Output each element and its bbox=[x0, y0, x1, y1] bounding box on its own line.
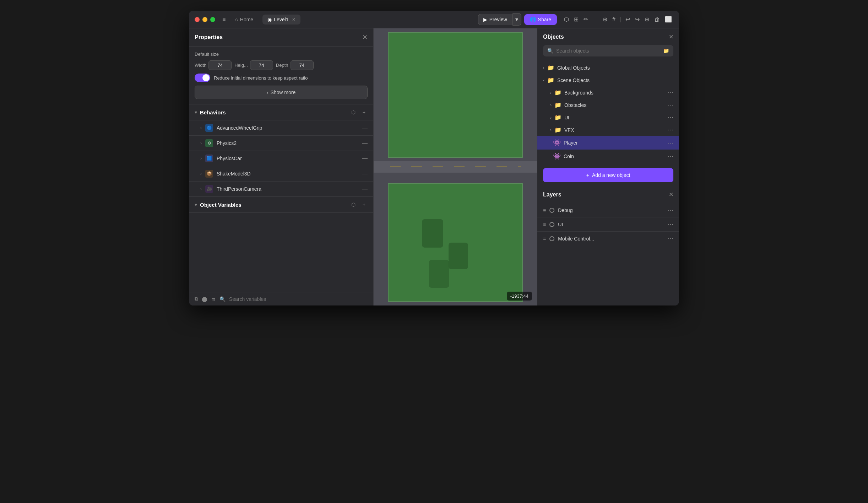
behaviors-header-left: ▾ Behaviors bbox=[195, 109, 226, 115]
global-objects-left: › 📁 Global Objects bbox=[543, 64, 590, 71]
behavior-chevron: › bbox=[200, 125, 202, 130]
maximize-button[interactable] bbox=[210, 17, 215, 22]
behavior-name-physicscar: PhysicsCar bbox=[217, 156, 242, 161]
redo-icon[interactable]: ↪ bbox=[634, 15, 641, 24]
copy-variable-icon[interactable]: ⧉ bbox=[195, 296, 198, 302]
width-input[interactable] bbox=[208, 60, 232, 70]
behavior-physics2[interactable]: › ⚙ Physics2 — bbox=[189, 135, 373, 151]
cube-icon[interactable]: ⬡ bbox=[563, 15, 570, 24]
scene-objects-label: Scene Objects bbox=[557, 77, 590, 83]
player-item[interactable]: 👾 Player ⋯ bbox=[537, 136, 679, 150]
layer-name-mobile: Mobile Control... bbox=[558, 236, 664, 242]
coin-object-icon: 👾 bbox=[553, 152, 561, 160]
vfx-dots[interactable]: ⋯ bbox=[668, 126, 673, 133]
preview-dropdown[interactable]: ▾ bbox=[512, 13, 521, 26]
level1-tab-label: Level1 bbox=[274, 17, 288, 22]
object-variables-open-icon[interactable]: ⬡ bbox=[349, 201, 358, 208]
app-window: ≡ ⌂ Home ◉ Level1 ✕ ▶ Preview ▾ 🌐 Share bbox=[189, 11, 679, 305]
layer-mobile[interactable]: ≡ Mobile Control... ⋯ bbox=[537, 231, 679, 245]
behavior-name-shakemodel3d: ShakeModel3D bbox=[217, 171, 251, 177]
undo-icon[interactable]: ↩ bbox=[624, 15, 631, 24]
paste-variable-icon[interactable]: ⬤ bbox=[202, 296, 207, 302]
car-2 bbox=[449, 243, 468, 269]
layer-debug[interactable]: ≡ Debug ⋯ bbox=[537, 203, 679, 217]
hash-icon[interactable]: # bbox=[611, 15, 617, 24]
list-icon[interactable]: ≣ bbox=[592, 15, 599, 24]
layers-icon[interactable]: ⊕ bbox=[601, 15, 609, 24]
behaviors-add-icon[interactable]: + bbox=[360, 109, 368, 116]
behaviors-open-icon[interactable]: ⬡ bbox=[349, 109, 358, 116]
scene-objects-group[interactable]: › 📁 Scene Objects bbox=[537, 74, 679, 86]
behavior-remove-thirdpersoncamera[interactable]: — bbox=[362, 186, 368, 192]
close-button[interactable] bbox=[195, 17, 200, 22]
show-more-button[interactable]: › Show more bbox=[195, 86, 368, 99]
object-variables-title: Object Variables bbox=[200, 202, 242, 208]
home-tab-label: Home bbox=[240, 17, 253, 22]
player-object-icon: 👾 bbox=[553, 139, 561, 147]
properties-close[interactable]: ✕ bbox=[362, 33, 368, 41]
object-variables-add-icon[interactable]: + bbox=[360, 201, 368, 208]
puzzle-icon[interactable]: ⊞ bbox=[573, 15, 580, 24]
behavior-remove-advancedwheelgrip[interactable]: — bbox=[362, 125, 368, 131]
behavior-remove-physicscar[interactable]: — bbox=[362, 155, 368, 162]
layers-close-icon[interactable]: ✕ bbox=[669, 191, 673, 198]
backgrounds-chevron: › bbox=[550, 90, 552, 95]
search-variables-input[interactable] bbox=[229, 296, 368, 302]
objects-search-bar[interactable]: 🔍 📁 bbox=[543, 45, 673, 56]
obstacles-left: › 📁 Obstacles bbox=[550, 102, 586, 108]
behavior-shakemodel3d[interactable]: › 📦 ShakeModel3D — bbox=[189, 166, 373, 181]
canvas-area[interactable]: -1937;44 bbox=[374, 28, 537, 305]
objects-folder-icon[interactable]: 📁 bbox=[663, 48, 669, 54]
obstacles-dots[interactable]: ⋯ bbox=[668, 102, 673, 108]
layer-dots-debug[interactable]: ⋯ bbox=[668, 207, 673, 213]
height-input[interactable] bbox=[250, 60, 273, 70]
ui-group[interactable]: › 📁 UI ⋯ bbox=[537, 111, 679, 124]
add-object-button[interactable]: + Add a new object bbox=[543, 168, 673, 182]
height-label: Heig... bbox=[234, 63, 248, 68]
layer-ui[interactable]: ≡ UI ⋯ bbox=[537, 217, 679, 231]
play-icon: ▶ bbox=[483, 17, 487, 22]
preview-button[interactable]: ▶ Preview bbox=[478, 14, 512, 25]
backgrounds-group[interactable]: › 📁 Backgrounds ⋯ bbox=[537, 86, 679, 99]
backgrounds-label: Backgrounds bbox=[564, 90, 593, 96]
global-objects-group[interactable]: › 📁 Global Objects bbox=[537, 61, 679, 74]
scene-objects-chevron: › bbox=[541, 80, 546, 81]
menu-icon[interactable]: ≡ bbox=[222, 16, 226, 23]
player-dots[interactable]: ⋯ bbox=[668, 140, 673, 146]
share-button[interactable]: 🌐 Share bbox=[524, 14, 557, 25]
behavior-thirdpersoncamera[interactable]: › 🎥 ThirdPersonCamera — bbox=[189, 181, 373, 196]
pen-icon[interactable]: ✏ bbox=[582, 15, 590, 24]
behavior-advancedwheelgrip[interactable]: › 🔵 AdvancedWheelGrip — bbox=[189, 120, 373, 135]
behavior-remove-physics2[interactable]: — bbox=[362, 140, 368, 146]
vfx-label: VFX bbox=[564, 127, 574, 133]
object-variables-content bbox=[189, 213, 373, 292]
edit-icon[interactable]: ⬜ bbox=[663, 15, 673, 24]
depth-input[interactable] bbox=[291, 60, 314, 70]
behavior-physicscar[interactable]: › 🟦 PhysicsCar — bbox=[189, 151, 373, 166]
behaviors-header[interactable]: ▾ Behaviors ⬡ + bbox=[189, 104, 373, 120]
backgrounds-dots[interactable]: ⋯ bbox=[668, 89, 673, 96]
objects-search-input[interactable] bbox=[556, 48, 660, 54]
tab-level1[interactable]: ◉ Level1 ✕ bbox=[262, 15, 300, 25]
vfx-folder-icon: 📁 bbox=[554, 126, 562, 133]
coin-dots[interactable]: ⋯ bbox=[668, 153, 673, 160]
ui-dots[interactable]: ⋯ bbox=[668, 114, 673, 121]
tab-home[interactable]: ⌂ Home bbox=[230, 15, 258, 25]
level1-tab-close[interactable]: ✕ bbox=[292, 17, 295, 22]
default-size-label: Default size bbox=[195, 52, 368, 57]
layer-dots-mobile[interactable]: ⋯ bbox=[668, 235, 673, 242]
minimize-button[interactable] bbox=[202, 17, 207, 22]
layer-dots-ui[interactable]: ⋯ bbox=[668, 221, 673, 228]
delete-variable-icon[interactable]: 🗑 bbox=[211, 296, 216, 302]
coin-item[interactable]: 👾 Coin ⋯ bbox=[537, 150, 679, 163]
behavior-remove-shakemodel3d[interactable]: — bbox=[362, 171, 368, 177]
delete-icon[interactable]: 🗑 bbox=[653, 15, 661, 24]
backgrounds-folder-icon: 📁 bbox=[554, 89, 562, 96]
objects-close-icon[interactable]: ✕ bbox=[669, 33, 673, 40]
aspect-ratio-toggle[interactable] bbox=[195, 74, 210, 82]
traffic-lights bbox=[195, 17, 215, 22]
obstacles-group[interactable]: › 📁 Obstacles ⋯ bbox=[537, 99, 679, 111]
zoom-icon[interactable]: ⊕ bbox=[643, 15, 651, 24]
car-1 bbox=[422, 219, 443, 248]
vfx-group[interactable]: › 📁 VFX ⋯ bbox=[537, 124, 679, 136]
